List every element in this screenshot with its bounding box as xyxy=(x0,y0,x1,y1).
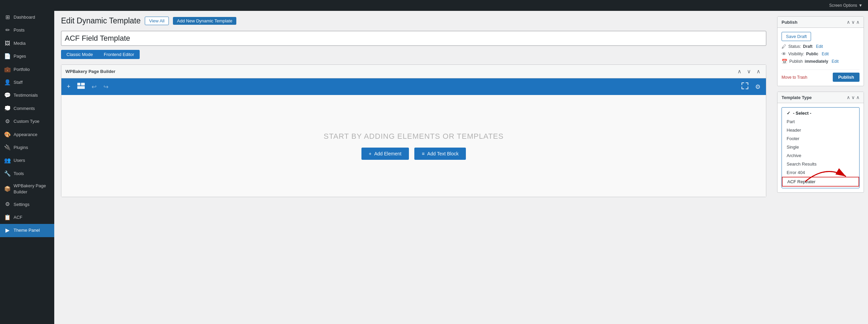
testimonials-icon: 💬 xyxy=(4,92,11,99)
toolbar-right: ⚙ xyxy=(740,81,762,92)
plugins-icon: 🔌 xyxy=(4,144,11,151)
sidebar-item-comments[interactable]: 💭 Comments xyxy=(0,102,54,115)
sidebar-item-wpbakery[interactable]: 📦 WPBakery Page Builder xyxy=(0,180,54,198)
sidebar-item-label: Comments xyxy=(14,106,35,112)
template-title-input[interactable] xyxy=(61,31,766,46)
wpbakery-header-controls: ∧ ∨ ∧ xyxy=(736,68,762,75)
publish-meta: 🖊 Status: Draft Edit 👁 Visibility: Publi… xyxy=(782,44,860,64)
option-label: Archive xyxy=(787,153,801,158)
publish-button[interactable]: Publish xyxy=(833,73,860,82)
redo-button[interactable]: ↪ xyxy=(102,82,110,92)
sidebar-item-tools[interactable]: 🔧 Tools xyxy=(0,167,54,180)
sidebar-item-staff[interactable]: 👤 Staff xyxy=(0,76,54,89)
status-label: Status: xyxy=(788,44,801,49)
classic-mode-button[interactable]: Classic Mode xyxy=(61,50,98,59)
settings-toolbar-button[interactable]: ⚙ xyxy=(754,82,762,92)
wpbakery-collapse-down-button[interactable]: ∨ xyxy=(746,68,752,75)
template-type-down-button[interactable]: ∨ xyxy=(851,95,855,100)
appearance-icon: 🎨 xyxy=(4,131,11,138)
sidebar-item-testimonials[interactable]: 💬 Testimonials xyxy=(0,89,54,102)
sidebar-item-label: Appearance xyxy=(14,132,37,138)
screen-options-button[interactable]: Screen Options ▼ xyxy=(829,3,863,8)
tools-icon: 🔧 xyxy=(4,170,11,177)
sidebar-item-pages[interactable]: 📄 Pages xyxy=(0,50,54,63)
publish-edit-link[interactable]: Edit xyxy=(832,59,839,64)
custom-type-icon: ⚙ xyxy=(4,118,11,125)
publish-box-controls: ∧ ∨ ∧ xyxy=(847,19,860,25)
undo-button[interactable]: ↩ xyxy=(90,82,98,92)
svg-rect-1 xyxy=(81,83,85,85)
sidebar-item-custom-type[interactable]: ⚙ Custom Tyoe xyxy=(0,115,54,128)
svg-rect-0 xyxy=(77,83,80,85)
template-type-body: ✓ - Select - Part Header Footer xyxy=(777,103,864,192)
dashboard-icon: ⊞ xyxy=(4,14,11,21)
sidebar-item-label: Theme Panel xyxy=(14,227,40,233)
sidebar-item-plugins[interactable]: 🔌 Plugins xyxy=(0,141,54,154)
visibility-label: Visibility: xyxy=(788,52,804,56)
visibility-row: 👁 Visibility: Public Edit xyxy=(782,51,860,57)
wpbakery-collapse-up-button[interactable]: ∧ xyxy=(736,68,743,75)
template-type-controls: ∧ ∨ ∧ xyxy=(847,95,860,100)
sidebar-item-settings[interactable]: ⚙ Settings xyxy=(0,198,54,211)
sidebar-item-label: ACF xyxy=(14,214,22,221)
sidebar-item-media[interactable]: 🖼 Media xyxy=(0,37,54,50)
sidebar-item-dashboard[interactable]: ⊞ Dashboard xyxy=(0,11,54,24)
dropdown-option-footer[interactable]: Footer xyxy=(782,134,859,143)
sidebar-item-label: Users xyxy=(14,157,25,164)
screen-options-chevron: ▼ xyxy=(859,3,863,8)
grid-view-button[interactable] xyxy=(76,81,86,92)
add-text-block-label: Add Text Block xyxy=(427,151,458,156)
save-draft-button[interactable]: Save Draft xyxy=(782,32,811,41)
add-element-button[interactable]: + Add Element xyxy=(361,148,409,160)
publish-box-up-button[interactable]: ∧ xyxy=(847,19,850,25)
publish-value: immediately xyxy=(805,59,828,64)
dropdown-option-single[interactable]: Single xyxy=(782,143,859,151)
view-all-button[interactable]: View All xyxy=(145,17,169,25)
calendar-icon: 📅 xyxy=(782,59,787,64)
dropdown-option-header[interactable]: Header xyxy=(782,126,859,134)
add-text-block-icon: ≡ xyxy=(422,151,425,156)
template-type-box: Template Type ∧ ∨ ∧ ✓ - Select - Part xyxy=(777,92,864,193)
theme-panel-icon: ▶ xyxy=(4,227,11,234)
option-label: - Select - xyxy=(793,111,811,116)
publish-time-row: 📅 Publish immediately Edit xyxy=(782,59,860,64)
template-type-title: Template Type xyxy=(782,95,812,100)
sidebar-item-posts[interactable]: ✏ Posts xyxy=(0,24,54,37)
publish-box-down-button[interactable]: ∨ xyxy=(851,19,855,25)
publish-box-title: Publish xyxy=(782,20,797,25)
top-bar: Screen Options ▼ xyxy=(0,0,868,11)
publish-footer: Move to Trash Publish xyxy=(782,70,860,82)
sidebar-item-label: Media xyxy=(14,40,25,46)
add-new-dynamic-template-button[interactable]: Add New Dynamic Template xyxy=(173,17,236,25)
add-text-block-button[interactable]: ≡ Add Text Block xyxy=(414,148,466,160)
sidebar-item-acf[interactable]: 📋 ACF xyxy=(0,211,54,224)
main-content: Edit Dynamic Template View All Add New D… xyxy=(54,11,773,324)
dropdown-option-select[interactable]: ✓ - Select - xyxy=(782,109,859,117)
wpbakery-toggle-button[interactable]: ∧ xyxy=(755,68,762,75)
visibility-edit-link[interactable]: Edit xyxy=(822,52,829,56)
move-to-trash-link[interactable]: Move to Trash xyxy=(782,75,807,80)
sidebar-item-theme-panel[interactable]: ▶ Theme Panel xyxy=(0,224,54,237)
template-type-up-button[interactable]: ∧ xyxy=(847,95,850,100)
wpbakery-icon: 📦 xyxy=(4,185,11,193)
canvas-placeholder: START BY ADDING ELEMENTS OR TEMPLATES xyxy=(324,132,504,141)
sidebar-item-appearance[interactable]: 🎨 Appearance xyxy=(0,128,54,141)
sidebar-item-label: Testimonials xyxy=(14,92,38,98)
sidebar-item-users[interactable]: 👥 Users xyxy=(0,154,54,167)
publish-box-toggle-button[interactable]: ∧ xyxy=(856,19,860,25)
settings-icon: ⚙ xyxy=(4,201,11,208)
add-element-toolbar-button[interactable]: + xyxy=(65,82,72,92)
add-element-icon: + xyxy=(369,151,372,156)
dropdown-option-part[interactable]: Part xyxy=(782,117,859,126)
status-edit-link[interactable]: Edit xyxy=(816,44,823,49)
canvas-buttons: + Add Element ≡ Add Text Block xyxy=(361,148,466,160)
option-label: Footer xyxy=(787,136,800,141)
screen-options-label: Screen Options xyxy=(829,3,857,8)
media-icon: 🖼 xyxy=(4,40,11,47)
frontend-editor-button[interactable]: Frontend Editor xyxy=(98,50,140,59)
posts-icon: ✏ xyxy=(4,26,11,34)
sidebar-item-portfolio[interactable]: 💼 Portfolio xyxy=(0,63,54,76)
add-element-label: Add Element xyxy=(374,151,401,156)
template-type-toggle-button[interactable]: ∧ xyxy=(856,95,860,100)
expand-button[interactable] xyxy=(740,81,750,92)
